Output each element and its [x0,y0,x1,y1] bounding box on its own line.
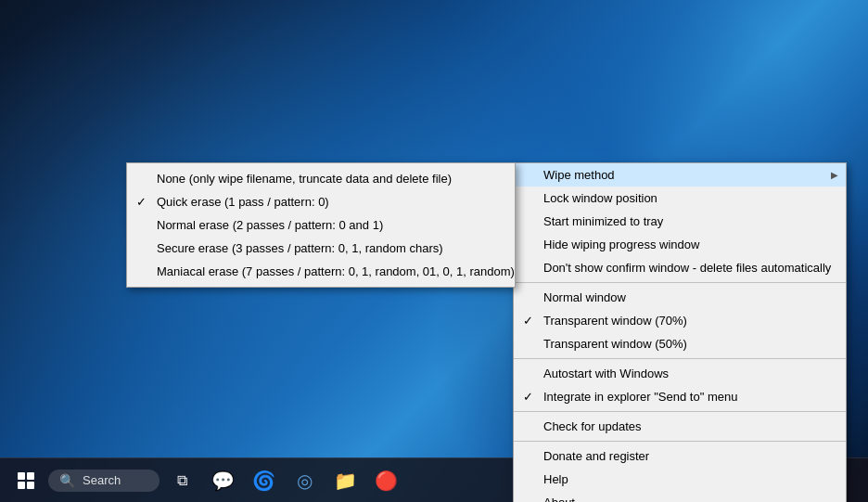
menu-item-lock-window[interactable]: Lock window position [514,187,846,210]
task-view-button[interactable]: ⧉ [163,462,200,499]
menu-item-label: Wipe method [543,168,615,182]
menu-item-donate[interactable]: Donate and register [514,444,846,468]
explorer-icon: 📁 [334,470,357,492]
menu-item-label: Transparent window (50%) [543,337,687,351]
search-bar[interactable]: 🔍 Search [48,470,160,492]
menu-item-about[interactable]: About [514,491,846,502]
menu-item-label: Hide wiping progress window [543,238,699,251]
menu-item-dont-confirm[interactable]: Don't show confirm window - delete files… [514,256,846,279]
menu-separator [514,358,846,359]
menu-item-label: Help [543,472,568,486]
menu-item-transparent-70[interactable]: ✓Transparent window (70%) [514,309,846,332]
submenu-item-normal-erase[interactable]: Normal erase (2 passes / pattern: 0 and … [127,213,515,237]
search-label: Search [83,473,121,487]
cortana-button[interactable]: ◎ [286,462,323,499]
menu-item-label: Integrate in explorer "Send to" menu [543,390,737,404]
store-icon: 🔴 [375,470,398,492]
menu-item-label: Maniacal erase (7 passes / pattern: 0, 1… [157,264,515,278]
main-context-menu: Wipe methodLock window positionStart min… [513,162,847,502]
menu-separator [514,282,846,283]
menu-item-label: Quick erase (1 pass / pattern: 0) [157,195,329,209]
edge-icon: 🌀 [252,470,275,492]
menu-item-label: Transparent window (70%) [543,314,687,328]
menu-item-label: Don't show confirm window - delete files… [543,261,831,275]
start-button[interactable] [7,462,45,499]
submenu-item-none[interactable]: None (only wipe filename, truncate data … [127,167,515,190]
desktop: None (only wipe filename, truncate data … [0,0,868,502]
submenu-item-maniacal-erase[interactable]: Maniacal erase (7 passes / pattern: 0, 1… [127,260,515,283]
menu-item-check-updates[interactable]: Check for updates [514,415,846,438]
menu-separator [514,441,846,442]
menu-item-start-minimized[interactable]: Start minimized to tray [514,210,846,233]
menu-item-autostart[interactable]: Autostart with Windows [514,362,846,385]
submenu-item-quick-erase[interactable]: ✓Quick erase (1 pass / pattern: 0) [127,190,515,213]
wipe-method-submenu: None (only wipe filename, truncate data … [126,162,516,288]
menu-item-wipe-method[interactable]: Wipe method [514,163,846,187]
edge-button[interactable]: 🌀 [245,462,282,499]
explorer-button[interactable]: 📁 [326,462,364,499]
menu-item-label: Donate and register [543,449,649,463]
menu-item-label: About [543,496,575,502]
menu-item-help[interactable]: Help [514,468,846,491]
menu-separator [514,411,846,412]
menu-item-integrate-explorer[interactable]: ✓Integrate in explorer "Send to" menu [514,385,846,408]
menu-item-label: Autostart with Windows [543,367,669,380]
store-button[interactable]: 🔴 [367,462,404,499]
checkmark-icon: ✓ [136,195,147,209]
menu-item-label: Check for updates [543,419,642,433]
menu-item-transparent-50[interactable]: Transparent window (50%) [514,332,846,355]
chat-button[interactable]: 💬 [204,462,241,499]
menu-item-label: Secure erase (3 passes / pattern: 0, 1, … [157,241,443,255]
checkmark-icon: ✓ [523,390,533,404]
menu-item-label: Lock window position [543,191,657,205]
search-icon: 🔍 [59,473,75,488]
menu-item-label: Start minimized to tray [543,214,663,228]
menu-item-label: Normal erase (2 passes / pattern: 0 and … [157,218,383,232]
menu-item-label: None (only wipe filename, truncate data … [157,172,452,186]
chat-icon: 💬 [211,470,235,492]
task-view-icon: ⧉ [177,472,187,489]
submenu-item-secure-erase[interactable]: Secure erase (3 passes / pattern: 0, 1, … [127,237,515,260]
checkmark-icon: ✓ [523,314,533,328]
menu-item-hide-progress[interactable]: Hide wiping progress window [514,233,846,256]
menu-item-normal-window[interactable]: Normal window [514,286,846,309]
menu-item-label: Normal window [543,290,626,304]
cortana-icon: ◎ [297,470,313,492]
